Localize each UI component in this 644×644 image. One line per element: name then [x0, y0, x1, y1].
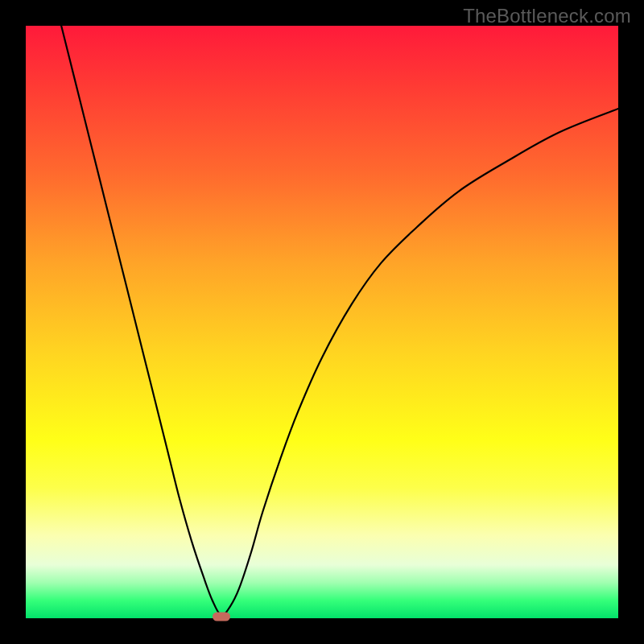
outer-frame: TheBottleneck.com — [0, 0, 644, 644]
min-marker — [213, 612, 230, 621]
plot-area — [26, 26, 618, 618]
curve-svg — [26, 26, 618, 618]
watermark-text: TheBottleneck.com — [463, 5, 631, 27]
bottleneck-curve — [61, 26, 618, 615]
